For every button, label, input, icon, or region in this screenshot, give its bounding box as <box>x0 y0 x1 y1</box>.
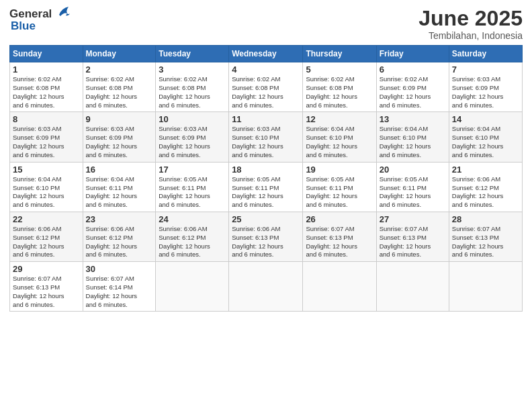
table-row: 14Sunrise: 6:04 AMSunset: 6:10 PMDayligh… <box>449 112 522 162</box>
page: General Blue June 2025 Tembilahan, Indon… <box>0 0 532 411</box>
day-info: Sunrise: 6:06 AMSunset: 6:13 PMDaylight:… <box>232 225 300 259</box>
day-number: 8 <box>13 114 80 124</box>
table-row: 6Sunrise: 6:02 AMSunset: 6:09 PMDaylight… <box>376 62 449 112</box>
day-number: 25 <box>232 214 300 224</box>
calendar-week-row: 22Sunrise: 6:06 AMSunset: 6:12 PMDayligh… <box>10 212 523 261</box>
calendar-location: Tembilahan, Indonesia <box>418 30 523 41</box>
day-number: 22 <box>13 214 80 224</box>
col-sunday: Sunday <box>10 46 83 62</box>
table-row: 9Sunrise: 6:03 AMSunset: 6:09 PMDaylight… <box>83 112 156 162</box>
table-row: 24Sunrise: 6:06 AMSunset: 6:12 PMDayligh… <box>156 212 229 261</box>
day-info: Sunrise: 6:05 AMSunset: 6:11 PMDaylight:… <box>232 175 300 210</box>
day-info: Sunrise: 6:04 AMSunset: 6:10 PMDaylight:… <box>380 125 446 159</box>
day-number: 5 <box>306 64 373 75</box>
day-number: 26 <box>306 214 373 224</box>
header: General Blue June 2025 Tembilahan, Indon… <box>9 7 523 41</box>
calendar-week-row: 29Sunrise: 6:07 AMSunset: 6:13 PMDayligh… <box>10 262 523 312</box>
table-row: 22Sunrise: 6:06 AMSunset: 6:12 PMDayligh… <box>10 212 83 261</box>
table-row: 23Sunrise: 6:06 AMSunset: 6:12 PMDayligh… <box>83 212 156 261</box>
table-row: 7Sunrise: 6:03 AMSunset: 6:09 PMDaylight… <box>449 62 522 112</box>
table-row: 21Sunrise: 6:06 AMSunset: 6:12 PMDayligh… <box>449 162 522 212</box>
logo-general: General <box>9 7 52 21</box>
day-info: Sunrise: 6:03 AMSunset: 6:10 PMDaylight:… <box>232 125 300 159</box>
day-info: Sunrise: 6:07 AMSunset: 6:14 PMDaylight:… <box>86 275 153 309</box>
table-row: 30Sunrise: 6:07 AMSunset: 6:14 PMDayligh… <box>83 262 156 312</box>
day-info: Sunrise: 6:03 AMSunset: 6:09 PMDaylight:… <box>13 125 80 159</box>
day-info: Sunrise: 6:02 AMSunset: 6:08 PMDaylight:… <box>86 75 153 109</box>
day-info: Sunrise: 6:02 AMSunset: 6:09 PMDaylight:… <box>380 75 446 109</box>
day-number: 21 <box>452 165 519 175</box>
table-row: 27Sunrise: 6:07 AMSunset: 6:13 PMDayligh… <box>376 212 449 261</box>
day-info: Sunrise: 6:07 AMSunset: 6:13 PMDaylight:… <box>380 225 446 259</box>
table-row: 1Sunrise: 6:02 AMSunset: 6:08 PMDaylight… <box>10 62 83 112</box>
day-number: 2 <box>86 64 153 75</box>
table-row: 11Sunrise: 6:03 AMSunset: 6:10 PMDayligh… <box>229 112 303 162</box>
table-row: 25Sunrise: 6:06 AMSunset: 6:13 PMDayligh… <box>229 212 303 261</box>
logo-blue: Blue <box>9 19 36 33</box>
day-info: Sunrise: 6:03 AMSunset: 6:09 PMDaylight:… <box>452 75 519 109</box>
table-row <box>449 262 522 312</box>
calendar-week-row: 15Sunrise: 6:04 AMSunset: 6:10 PMDayligh… <box>10 162 523 212</box>
day-number: 27 <box>380 214 446 224</box>
table-row: 15Sunrise: 6:04 AMSunset: 6:10 PMDayligh… <box>10 162 83 212</box>
day-number: 11 <box>232 114 300 124</box>
table-row <box>156 262 229 312</box>
day-number: 13 <box>380 114 446 124</box>
col-saturday: Saturday <box>449 46 522 62</box>
title-block: June 2025 Tembilahan, Indonesia <box>418 7 523 41</box>
day-info: Sunrise: 6:02 AMSunset: 6:08 PMDaylight:… <box>13 75 80 109</box>
day-number: 15 <box>13 165 80 175</box>
day-number: 9 <box>86 114 153 124</box>
day-info: Sunrise: 6:06 AMSunset: 6:12 PMDaylight:… <box>452 175 519 210</box>
day-number: 10 <box>159 114 226 124</box>
calendar-week-row: 1Sunrise: 6:02 AMSunset: 6:08 PMDaylight… <box>10 62 523 112</box>
day-info: Sunrise: 6:02 AMSunset: 6:08 PMDaylight:… <box>306 75 373 109</box>
table-row: 20Sunrise: 6:05 AMSunset: 6:11 PMDayligh… <box>376 162 449 212</box>
col-wednesday: Wednesday <box>229 46 303 62</box>
day-number: 17 <box>159 165 226 175</box>
day-number: 24 <box>159 214 226 224</box>
day-number: 4 <box>232 64 300 75</box>
table-row: 17Sunrise: 6:05 AMSunset: 6:11 PMDayligh… <box>156 162 229 212</box>
calendar-week-row: 8Sunrise: 6:03 AMSunset: 6:09 PMDaylight… <box>10 112 523 162</box>
day-info: Sunrise: 6:03 AMSunset: 6:09 PMDaylight:… <box>159 125 226 159</box>
col-monday: Monday <box>83 46 156 62</box>
day-number: 1 <box>13 64 80 75</box>
table-row: 19Sunrise: 6:05 AMSunset: 6:11 PMDayligh… <box>303 162 376 212</box>
col-tuesday: Tuesday <box>156 46 229 62</box>
day-info: Sunrise: 6:05 AMSunset: 6:11 PMDaylight:… <box>159 175 226 210</box>
table-row: 5Sunrise: 6:02 AMSunset: 6:08 PMDaylight… <box>303 62 376 112</box>
table-row <box>376 262 449 312</box>
day-number: 29 <box>13 264 80 274</box>
table-row: 26Sunrise: 6:07 AMSunset: 6:13 PMDayligh… <box>303 212 376 261</box>
day-info: Sunrise: 6:04 AMSunset: 6:11 PMDaylight:… <box>86 175 153 210</box>
day-info: Sunrise: 6:06 AMSunset: 6:12 PMDaylight:… <box>159 225 226 259</box>
calendar-header-row: Sunday Monday Tuesday Wednesday Thursday… <box>10 46 523 62</box>
table-row <box>303 262 376 312</box>
col-thursday: Thursday <box>303 46 376 62</box>
day-info: Sunrise: 6:02 AMSunset: 6:08 PMDaylight:… <box>232 75 300 109</box>
day-info: Sunrise: 6:03 AMSunset: 6:09 PMDaylight:… <box>86 125 153 159</box>
table-row: 18Sunrise: 6:05 AMSunset: 6:11 PMDayligh… <box>229 162 303 212</box>
day-info: Sunrise: 6:05 AMSunset: 6:11 PMDaylight:… <box>306 175 373 210</box>
table-row: 3Sunrise: 6:02 AMSunset: 6:08 PMDaylight… <box>156 62 229 112</box>
calendar-table: Sunday Monday Tuesday Wednesday Thursday… <box>9 45 523 312</box>
table-row <box>229 262 303 312</box>
table-row: 29Sunrise: 6:07 AMSunset: 6:13 PMDayligh… <box>10 262 83 312</box>
day-number: 20 <box>380 165 446 175</box>
day-number: 7 <box>452 64 519 75</box>
table-row: 2Sunrise: 6:02 AMSunset: 6:08 PMDaylight… <box>83 62 156 112</box>
calendar-title: June 2025 <box>418 7 523 30</box>
day-info: Sunrise: 6:07 AMSunset: 6:13 PMDaylight:… <box>306 225 373 259</box>
table-row: 10Sunrise: 6:03 AMSunset: 6:09 PMDayligh… <box>156 112 229 162</box>
day-number: 23 <box>86 214 153 224</box>
day-info: Sunrise: 6:05 AMSunset: 6:11 PMDaylight:… <box>380 175 446 210</box>
day-number: 16 <box>86 165 153 175</box>
day-info: Sunrise: 6:02 AMSunset: 6:08 PMDaylight:… <box>159 75 226 109</box>
day-info: Sunrise: 6:06 AMSunset: 6:12 PMDaylight:… <box>13 225 80 259</box>
table-row: 4Sunrise: 6:02 AMSunset: 6:08 PMDaylight… <box>229 62 303 112</box>
day-number: 3 <box>159 64 226 75</box>
day-number: 18 <box>232 165 300 175</box>
table-row: 13Sunrise: 6:04 AMSunset: 6:10 PMDayligh… <box>376 112 449 162</box>
table-row: 12Sunrise: 6:04 AMSunset: 6:10 PMDayligh… <box>303 112 376 162</box>
